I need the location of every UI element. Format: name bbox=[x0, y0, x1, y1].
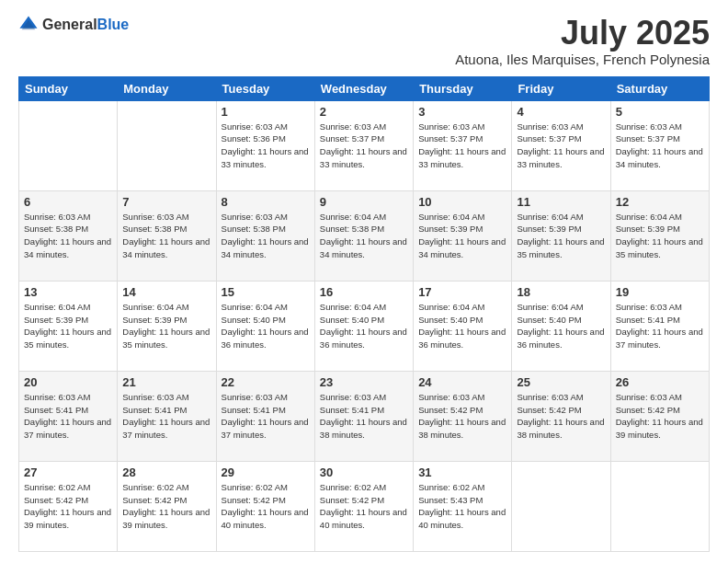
table-row: 22Sunrise: 6:03 AMSunset: 5:41 PMDayligh… bbox=[216, 371, 314, 461]
calendar-week-row: 20Sunrise: 6:03 AMSunset: 5:41 PMDayligh… bbox=[19, 371, 710, 461]
day-number: 22 bbox=[222, 375, 310, 389]
table-row: 12Sunrise: 6:04 AMSunset: 5:39 PMDayligh… bbox=[610, 190, 709, 281]
day-number: 18 bbox=[517, 285, 605, 299]
table-row: 6Sunrise: 6:03 AMSunset: 5:38 PMDaylight… bbox=[19, 190, 118, 281]
table-row: 30Sunrise: 6:02 AMSunset: 5:42 PMDayligh… bbox=[314, 461, 413, 551]
day-info: Sunrise: 6:02 AMSunset: 5:42 PMDaylight:… bbox=[222, 481, 310, 532]
header-sunday: Sunday bbox=[19, 76, 118, 100]
day-number: 20 bbox=[24, 375, 112, 389]
day-info: Sunrise: 6:03 AMSunset: 5:42 PMDaylight:… bbox=[616, 391, 704, 442]
table-row: 1Sunrise: 6:03 AMSunset: 5:36 PMDaylight… bbox=[216, 100, 314, 190]
day-info: Sunrise: 6:03 AMSunset: 5:38 PMDaylight:… bbox=[24, 211, 112, 261]
day-info: Sunrise: 6:04 AMSunset: 5:39 PMDaylight:… bbox=[418, 211, 506, 261]
header-monday: Monday bbox=[118, 76, 216, 100]
day-info: Sunrise: 6:03 AMSunset: 5:41 PMDaylight:… bbox=[122, 391, 210, 442]
day-info: Sunrise: 6:03 AMSunset: 5:41 PMDaylight:… bbox=[320, 391, 408, 442]
day-info: Sunrise: 6:03 AMSunset: 5:37 PMDaylight:… bbox=[616, 121, 704, 171]
day-info: Sunrise: 6:03 AMSunset: 5:41 PMDaylight:… bbox=[24, 391, 112, 442]
day-number: 10 bbox=[418, 195, 506, 209]
day-number: 4 bbox=[517, 105, 605, 119]
table-row: 21Sunrise: 6:03 AMSunset: 5:41 PMDayligh… bbox=[118, 371, 216, 461]
header: GeneralBlue July 2025 Atuona, Iles Marqu… bbox=[18, 15, 710, 67]
day-info: Sunrise: 6:04 AMSunset: 5:40 PMDaylight:… bbox=[418, 301, 506, 351]
calendar-table: Sunday Monday Tuesday Wednesday Thursday… bbox=[18, 76, 710, 552]
calendar-page: GeneralBlue July 2025 Atuona, Iles Marqu… bbox=[0, 0, 728, 563]
day-number: 25 bbox=[517, 375, 605, 389]
table-row: 7Sunrise: 6:03 AMSunset: 5:38 PMDaylight… bbox=[118, 190, 216, 281]
day-info: Sunrise: 6:02 AMSunset: 5:42 PMDaylight:… bbox=[320, 481, 408, 532]
weekday-header-row: Sunday Monday Tuesday Wednesday Thursday… bbox=[19, 76, 710, 100]
calendar-week-row: 1Sunrise: 6:03 AMSunset: 5:36 PMDaylight… bbox=[19, 100, 710, 190]
location-title: Atuona, Iles Marquises, French Polynesia bbox=[455, 52, 710, 67]
table-row: 15Sunrise: 6:04 AMSunset: 5:40 PMDayligh… bbox=[216, 281, 314, 371]
day-info: Sunrise: 6:04 AMSunset: 5:40 PMDaylight:… bbox=[222, 301, 310, 351]
day-number: 13 bbox=[24, 285, 112, 299]
day-info: Sunrise: 6:04 AMSunset: 5:39 PMDaylight:… bbox=[517, 211, 605, 261]
day-info: Sunrise: 6:04 AMSunset: 5:40 PMDaylight:… bbox=[320, 301, 408, 351]
table-row: 3Sunrise: 6:03 AMSunset: 5:37 PMDaylight… bbox=[414, 100, 512, 190]
day-number: 12 bbox=[616, 195, 704, 209]
day-info: Sunrise: 6:04 AMSunset: 5:39 PMDaylight:… bbox=[616, 211, 704, 261]
table-row: 2Sunrise: 6:03 AMSunset: 5:37 PMDaylight… bbox=[314, 100, 413, 190]
table-row: 27Sunrise: 6:02 AMSunset: 5:42 PMDayligh… bbox=[19, 461, 118, 551]
day-info: Sunrise: 6:03 AMSunset: 5:38 PMDaylight:… bbox=[222, 211, 310, 261]
day-number: 8 bbox=[222, 195, 310, 209]
logo-text: GeneralBlue bbox=[42, 17, 129, 33]
table-row: 18Sunrise: 6:04 AMSunset: 5:40 PMDayligh… bbox=[512, 281, 610, 371]
day-info: Sunrise: 6:03 AMSunset: 5:38 PMDaylight:… bbox=[122, 211, 210, 261]
day-number: 6 bbox=[24, 195, 112, 209]
table-row: 4Sunrise: 6:03 AMSunset: 5:37 PMDaylight… bbox=[512, 100, 610, 190]
logo-blue: Blue bbox=[97, 17, 130, 32]
logo: GeneralBlue bbox=[18, 15, 129, 35]
table-row: 28Sunrise: 6:02 AMSunset: 5:42 PMDayligh… bbox=[118, 461, 216, 551]
day-number: 5 bbox=[616, 105, 704, 119]
day-info: Sunrise: 6:04 AMSunset: 5:38 PMDaylight:… bbox=[320, 211, 408, 261]
calendar-week-row: 27Sunrise: 6:02 AMSunset: 5:42 PMDayligh… bbox=[19, 461, 710, 551]
day-number: 28 bbox=[122, 465, 210, 479]
table-row: 19Sunrise: 6:03 AMSunset: 5:41 PMDayligh… bbox=[610, 281, 709, 371]
day-number: 27 bbox=[24, 465, 112, 479]
header-thursday: Thursday bbox=[414, 76, 512, 100]
day-number: 24 bbox=[418, 375, 506, 389]
table-row: 24Sunrise: 6:03 AMSunset: 5:42 PMDayligh… bbox=[414, 371, 512, 461]
day-number: 30 bbox=[320, 465, 408, 479]
day-number: 9 bbox=[320, 195, 408, 209]
day-info: Sunrise: 6:04 AMSunset: 5:40 PMDaylight:… bbox=[517, 301, 605, 351]
day-number: 14 bbox=[122, 285, 210, 299]
title-block: July 2025 Atuona, Iles Marquises, French… bbox=[455, 15, 710, 67]
table-row bbox=[19, 100, 118, 190]
header-friday: Friday bbox=[512, 76, 610, 100]
table-row: 5Sunrise: 6:03 AMSunset: 5:37 PMDaylight… bbox=[610, 100, 709, 190]
day-number: 26 bbox=[616, 375, 704, 389]
logo-icon bbox=[18, 15, 39, 35]
table-row: 31Sunrise: 6:02 AMSunset: 5:43 PMDayligh… bbox=[414, 461, 512, 551]
day-number: 15 bbox=[222, 285, 310, 299]
day-info: Sunrise: 6:03 AMSunset: 5:37 PMDaylight:… bbox=[517, 121, 605, 171]
day-info: Sunrise: 6:03 AMSunset: 5:37 PMDaylight:… bbox=[418, 121, 506, 171]
table-row: 16Sunrise: 6:04 AMSunset: 5:40 PMDayligh… bbox=[314, 281, 413, 371]
table-row bbox=[512, 461, 610, 551]
table-row: 14Sunrise: 6:04 AMSunset: 5:39 PMDayligh… bbox=[118, 281, 216, 371]
day-info: Sunrise: 6:03 AMSunset: 5:41 PMDaylight:… bbox=[616, 301, 704, 351]
table-row: 25Sunrise: 6:03 AMSunset: 5:42 PMDayligh… bbox=[512, 371, 610, 461]
day-info: Sunrise: 6:02 AMSunset: 5:42 PMDaylight:… bbox=[24, 481, 112, 532]
day-info: Sunrise: 6:03 AMSunset: 5:42 PMDaylight:… bbox=[418, 391, 506, 442]
table-row: 9Sunrise: 6:04 AMSunset: 5:38 PMDaylight… bbox=[314, 190, 413, 281]
day-number: 17 bbox=[418, 285, 506, 299]
header-wednesday: Wednesday bbox=[314, 76, 413, 100]
day-info: Sunrise: 6:03 AMSunset: 5:36 PMDaylight:… bbox=[222, 121, 310, 171]
table-row bbox=[610, 461, 709, 551]
day-info: Sunrise: 6:03 AMSunset: 5:41 PMDaylight:… bbox=[222, 391, 310, 442]
table-row: 11Sunrise: 6:04 AMSunset: 5:39 PMDayligh… bbox=[512, 190, 610, 281]
table-row: 26Sunrise: 6:03 AMSunset: 5:42 PMDayligh… bbox=[610, 371, 709, 461]
day-number: 21 bbox=[122, 375, 210, 389]
day-info: Sunrise: 6:03 AMSunset: 5:42 PMDaylight:… bbox=[517, 391, 605, 442]
day-info: Sunrise: 6:02 AMSunset: 5:42 PMDaylight:… bbox=[122, 481, 210, 532]
day-number: 7 bbox=[122, 195, 210, 209]
day-info: Sunrise: 6:02 AMSunset: 5:43 PMDaylight:… bbox=[418, 481, 506, 532]
day-number: 3 bbox=[418, 105, 506, 119]
table-row: 8Sunrise: 6:03 AMSunset: 5:38 PMDaylight… bbox=[216, 190, 314, 281]
table-row: 10Sunrise: 6:04 AMSunset: 5:39 PMDayligh… bbox=[414, 190, 512, 281]
day-number: 16 bbox=[320, 285, 408, 299]
day-info: Sunrise: 6:04 AMSunset: 5:39 PMDaylight:… bbox=[122, 301, 210, 351]
